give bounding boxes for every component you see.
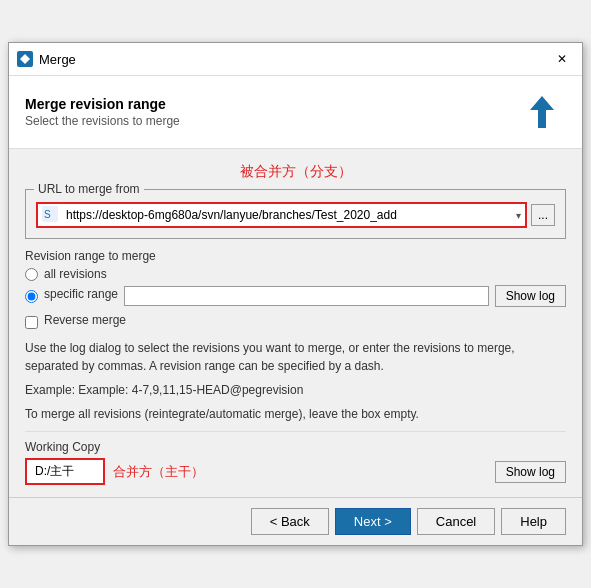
all-revisions-row: all revisions: [25, 267, 566, 281]
url-row: S ▾ ...: [36, 202, 555, 228]
header-subtitle: Select the revisions to merge: [25, 114, 180, 128]
branch-label: 被合并方（分支）: [25, 163, 566, 181]
reverse-merge-label: Reverse merge: [44, 313, 126, 327]
title-bar-left: Merge: [17, 51, 76, 67]
merge-dialog: Merge ✕ Merge revision range Select the …: [8, 42, 583, 546]
working-copy-row: D:/主干 合并方（主干） Show log: [25, 458, 566, 485]
browse-button[interactable]: ...: [531, 204, 555, 226]
reintegrate-text: To merge all revisions (reintegrate/auto…: [25, 405, 566, 423]
info-text: Use the log dialog to select the revisio…: [25, 339, 566, 375]
header-section: Merge revision range Select the revision…: [9, 76, 582, 149]
working-copy-path: D:/主干: [25, 458, 105, 485]
header-title: Merge revision range: [25, 96, 180, 112]
specific-range-label: specific range: [44, 287, 118, 301]
window-title: Merge: [39, 52, 76, 67]
dialog-footer: < Back Next > Cancel Help: [9, 497, 582, 545]
merge-icon: [518, 88, 566, 136]
close-button[interactable]: ✕: [550, 49, 574, 69]
working-copy-label: Working Copy: [25, 440, 566, 454]
reverse-merge-checkbox[interactable]: [25, 316, 38, 329]
revision-section: Revision range to merge all revisions sp…: [25, 249, 566, 331]
show-log-button-wc[interactable]: Show log: [495, 461, 566, 483]
content-area: 被合并方（分支） URL to merge from S ▾ ...: [9, 149, 582, 497]
all-revisions-label: all revisions: [44, 267, 107, 281]
title-bar: Merge ✕: [9, 43, 582, 76]
revision-range-input[interactable]: [124, 286, 489, 306]
window-controls: ✕: [550, 49, 574, 69]
example-prefix: Example:: [25, 383, 78, 397]
app-icon: [17, 51, 33, 67]
revision-section-label: Revision range to merge: [25, 249, 566, 263]
specific-range-row: specific range Show log: [25, 285, 566, 307]
cancel-button[interactable]: Cancel: [417, 508, 495, 535]
dropdown-arrow-icon[interactable]: ▾: [512, 210, 525, 221]
header-text: Merge revision range Select the revision…: [25, 96, 180, 128]
url-input[interactable]: [64, 206, 512, 224]
url-group-box: URL to merge from S ▾ ...: [25, 189, 566, 239]
svg-text:S: S: [44, 209, 51, 220]
url-input-wrapper: S ▾: [36, 202, 527, 228]
example-value: Example: 4-7,9,11,15-HEAD@pegrevision: [78, 383, 303, 397]
example-text: Example: Example: 4-7,9,11,15-HEAD@pegre…: [25, 383, 566, 397]
url-group-title: URL to merge from: [34, 182, 144, 196]
working-copy-section: Working Copy D:/主干 合并方（主干） Show log: [25, 431, 566, 485]
back-button[interactable]: < Back: [251, 508, 329, 535]
all-revisions-radio[interactable]: [25, 268, 38, 281]
reverse-merge-row: Reverse merge: [25, 313, 566, 331]
working-copy-merge-label: 合并方（主干）: [113, 463, 204, 481]
specific-range-radio[interactable]: [25, 290, 38, 303]
show-log-button-revision[interactable]: Show log: [495, 285, 566, 307]
help-button[interactable]: Help: [501, 508, 566, 535]
url-favicon: S: [42, 206, 60, 224]
next-button[interactable]: Next >: [335, 508, 411, 535]
